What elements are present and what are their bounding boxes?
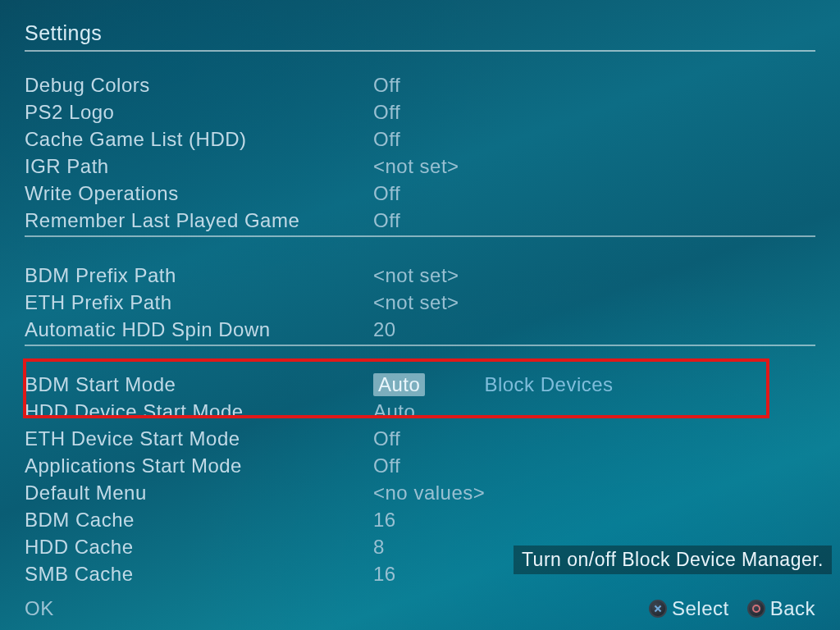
section-gap bbox=[25, 237, 815, 262]
value-igr-path[interactable]: <not set> bbox=[373, 155, 459, 178]
row-auto-hdd-spin-down[interactable]: Automatic HDD Spin Down 20 bbox=[25, 316, 815, 343]
value-hdd-cache[interactable]: 8 bbox=[373, 536, 385, 559]
row-debug-colors[interactable]: Debug Colors Off bbox=[25, 71, 815, 98]
circle-icon bbox=[747, 600, 765, 618]
row-default-menu[interactable]: Default Menu <no values> bbox=[25, 479, 815, 506]
row-eth-start-mode[interactable]: ETH Device Start Mode Off bbox=[25, 425, 815, 452]
row-write-operations[interactable]: Write Operations Off bbox=[25, 180, 815, 207]
value-apps-start-mode[interactable]: Off bbox=[373, 454, 400, 477]
label-hdd-cache: HDD Cache bbox=[25, 536, 373, 559]
label-cache-game-list: Cache Game List (HDD) bbox=[25, 128, 373, 151]
row-igr-path[interactable]: IGR Path <not set> bbox=[25, 153, 815, 180]
row-apps-start-mode[interactable]: Applications Start Mode Off bbox=[25, 452, 815, 479]
row-remember-last-played[interactable]: Remember Last Played Game Off bbox=[25, 207, 815, 234]
label-apps-start-mode: Applications Start Mode bbox=[25, 454, 373, 477]
row-bdm-start-mode[interactable]: BDM Start Mode Auto Block Devices bbox=[25, 371, 815, 398]
value-auto-hdd-spin-down[interactable]: 20 bbox=[373, 318, 396, 341]
label-hdd-start-mode: HDD Device Start Mode bbox=[25, 400, 373, 423]
label-smb-cache: SMB Cache bbox=[25, 563, 373, 586]
value-remember-last-played[interactable]: Off bbox=[373, 209, 400, 232]
legend-back-label: Back bbox=[770, 597, 815, 620]
row-bdm-cache[interactable]: BDM Cache 16 bbox=[25, 506, 815, 533]
footer-bar: OK Select Back bbox=[25, 597, 815, 620]
value-default-menu[interactable]: <no values> bbox=[373, 482, 485, 504]
row-bdm-prefix-path[interactable]: BDM Prefix Path <not set> bbox=[25, 262, 815, 289]
value-bdm-cache[interactable]: 16 bbox=[373, 509, 396, 532]
value-hdd-start-mode[interactable]: Auto bbox=[373, 400, 415, 423]
label-bdm-cache: BDM Cache bbox=[25, 509, 373, 532]
row-hdd-start-mode[interactable]: HDD Device Start Mode Auto bbox=[25, 398, 815, 425]
legend-select: Select bbox=[649, 597, 729, 620]
label-debug-colors: Debug Colors bbox=[25, 74, 373, 97]
link-block-devices[interactable]: Block Devices bbox=[484, 373, 613, 396]
ok-button[interactable]: OK bbox=[25, 597, 54, 620]
settings-group-2: BDM Prefix Path <not set> ETH Prefix Pat… bbox=[25, 262, 815, 346]
hint-tooltip: Turn on/off Block Device Manager. bbox=[514, 546, 832, 574]
row-eth-prefix-path[interactable]: ETH Prefix Path <not set> bbox=[25, 289, 815, 316]
row-ps2-logo[interactable]: PS2 Logo Off bbox=[25, 98, 815, 126]
value-ps2-logo[interactable]: Off bbox=[373, 101, 400, 124]
label-eth-prefix-path: ETH Prefix Path bbox=[25, 291, 373, 314]
label-auto-hdd-spin-down: Automatic HDD Spin Down bbox=[25, 318, 373, 341]
page-title: Settings bbox=[25, 21, 815, 52]
button-legend: Select Back bbox=[649, 597, 815, 620]
label-write-operations: Write Operations bbox=[25, 182, 373, 205]
value-smb-cache[interactable]: 16 bbox=[373, 563, 396, 586]
cross-icon bbox=[649, 600, 667, 618]
label-eth-start-mode: ETH Device Start Mode bbox=[25, 427, 373, 450]
value-eth-prefix-path[interactable]: <not set> bbox=[373, 291, 459, 314]
settings-group-1: Debug Colors Off PS2 Logo Off Cache Game… bbox=[25, 71, 815, 237]
section-gap bbox=[25, 346, 815, 371]
label-bdm-start-mode: BDM Start Mode bbox=[25, 373, 373, 396]
value-bdm-prefix-path[interactable]: <not set> bbox=[373, 264, 459, 287]
label-bdm-prefix-path: BDM Prefix Path bbox=[25, 264, 373, 287]
value-cache-game-list[interactable]: Off bbox=[373, 128, 400, 151]
row-cache-game-list[interactable]: Cache Game List (HDD) Off bbox=[25, 126, 815, 153]
label-igr-path: IGR Path bbox=[25, 155, 373, 178]
value-bdm-start-mode[interactable]: Auto bbox=[373, 373, 425, 396]
value-debug-colors[interactable]: Off bbox=[373, 74, 400, 97]
legend-select-label: Select bbox=[672, 597, 729, 620]
label-ps2-logo: PS2 Logo bbox=[25, 101, 373, 124]
label-default-menu: Default Menu bbox=[25, 482, 373, 504]
label-remember-last-played: Remember Last Played Game bbox=[25, 209, 373, 232]
value-eth-start-mode[interactable]: Off bbox=[373, 427, 400, 450]
value-write-operations[interactable]: Off bbox=[373, 182, 400, 205]
legend-back: Back bbox=[747, 597, 815, 620]
